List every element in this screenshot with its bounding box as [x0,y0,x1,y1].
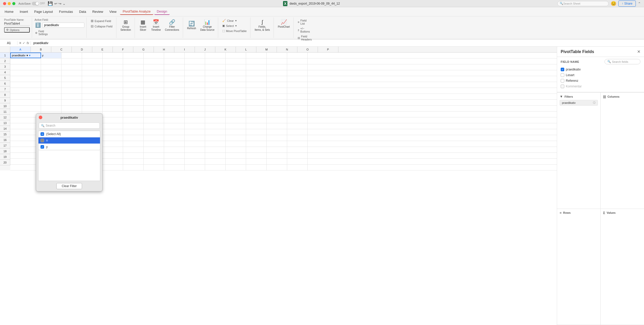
user-avatar-icon[interactable]: 😊 [611,1,616,6]
refresh-button[interactable]: 🔄 Refresh [186,20,198,31]
praedikativ-checkbox[interactable]: ✓ [561,68,564,71]
col-header-l[interactable]: L [236,47,256,52]
cell-g1[interactable] [144,53,164,58]
filters-zone[interactable]: ▼ Filters praedikativ ⓘ [557,93,601,209]
referenz-checkbox[interactable] [561,79,564,83]
filter-active-icon[interactable]: ▼ [28,54,31,57]
col-header-o[interactable]: O [297,47,318,52]
fields-items-sets-button[interactable]: ∫ Fields,Items, & Sets [253,18,271,33]
cell-j1[interactable] [205,53,226,58]
col-header-c[interactable]: C [51,47,72,52]
cell-h1[interactable] [164,53,185,58]
minimize-button[interactable] [8,2,11,5]
cell-l1[interactable] [246,53,267,58]
col-header-p[interactable]: P [318,47,338,52]
n-checkbox[interactable] [41,139,44,142]
cell-a1[interactable]: praedikativ ▼ ▼ [10,53,41,58]
menu-design[interactable]: Design [154,8,170,15]
filter-dropdown-icon[interactable]: ▼ [26,54,28,57]
clear-filter-button[interactable]: Clear Filter [56,183,82,189]
menu-insert[interactable]: Insert [17,9,31,15]
lesart-checkbox[interactable] [561,73,564,77]
active-field-input[interactable] [42,23,84,28]
col-header-m[interactable]: M [256,47,277,52]
options-button[interactable]: ⚙ Options [4,27,30,33]
cell-d1[interactable] [82,53,103,58]
y-checkbox[interactable]: ✓ [41,145,44,149]
kommentar-checkbox[interactable] [561,85,564,88]
cell-i1[interactable] [185,53,205,58]
col-header-n[interactable]: N [277,47,297,52]
cell-m1[interactable] [267,53,287,58]
cell-f1[interactable] [123,53,144,58]
menu-page-layout[interactable]: Page Layout [32,9,55,15]
cell-reference[interactable]: A1 [2,41,17,45]
maximize-button[interactable] [12,2,15,5]
field-item-kommentar[interactable]: Kommentar [561,84,640,89]
search-sheet-input[interactable]: 🔍 Search Sheet [557,1,609,6]
clear-button[interactable]: 🧹 Clear ▼ [221,18,248,23]
change-data-source-button[interactable]: 📊 ChangeData Source [199,18,216,33]
group-selection-button[interactable]: ⊞ GroupSelection [119,18,133,33]
col-header-k[interactable]: K [215,47,236,52]
col-header-e[interactable]: E [92,47,113,52]
field-settings-button[interactable]: ℹ️ [35,22,41,28]
col-header-b[interactable]: B [31,47,51,52]
pivot-panel-close-button[interactable]: ✕ [637,49,640,54]
rows-zone[interactable]: ≡ Rows [557,209,601,325]
chip-info-icon[interactable]: ⓘ [593,101,596,105]
menu-formulas[interactable]: Formulas [56,9,75,15]
more-tools-icon[interactable]: ⌄ [63,2,66,6]
menu-home[interactable]: Home [2,9,16,15]
values-zone[interactable]: Σ Values [601,209,644,325]
menu-review[interactable]: Review [90,9,106,15]
pivotchart-button[interactable]: 📈 PivotChart [276,18,291,29]
autosave-toggle[interactable] [32,2,39,5]
cell-n1[interactable] [287,53,308,58]
select-all-checkbox[interactable]: − [41,132,44,136]
filter-item-y[interactable]: ✓ y [38,144,100,150]
filter-dropdown[interactable]: praedikativ 🔍 Search − (Select All) n [36,113,103,191]
menu-pivot-analyze[interactable]: PivotTable Analyze [120,8,153,15]
cell-c1[interactable] [62,53,82,58]
collapse-field-button[interactable]: ⊟ Collapse Field [89,24,114,29]
filter-connections-button[interactable]: 🔗 FilterConnections [163,18,181,33]
filter-search-box[interactable]: 🔍 Search [39,123,100,129]
plus-minus-button[interactable]: ± +/−Buttons [296,26,313,34]
col-header-g[interactable]: G [133,47,154,52]
cell-b1[interactable]: y [41,53,62,58]
formula-input[interactable] [32,41,642,45]
col-header-a[interactable]: A [10,47,31,52]
menu-data[interactable]: Data [76,9,88,15]
col-header-i[interactable]: I [174,47,195,52]
col-header-h[interactable]: H [154,47,174,52]
filter-item-select-all[interactable]: − (Select All) [38,131,100,137]
filter-close-button[interactable] [39,116,42,119]
filter-item-n[interactable]: n [38,137,100,144]
move-pivot-button[interactable]: ⬚ Move PivotTable [221,29,248,33]
redo-icon[interactable]: ↪ [58,2,62,6]
confirm-formula-icon[interactable]: ✓ [23,41,25,45]
field-item-praedikativ[interactable]: ✓ praedikativ [561,67,640,72]
col-header-f[interactable]: F [113,47,133,52]
filter-chip-praedikativ[interactable]: praedikativ ⓘ [560,100,598,106]
col-header-j[interactable]: J [195,47,215,52]
close-button[interactable] [3,2,6,5]
field-settings-btn[interactable]: ⚙ FieldSettings [35,29,48,36]
insert-timeline-button[interactable]: 📅 InsertTimeline [150,18,162,33]
field-headers-button[interactable]: ⊟ FieldHeaders [296,34,313,42]
collapse-ribbon-icon[interactable]: ⌃ [638,2,641,6]
insert-slicer-button[interactable]: ▦ InsertSlicer [137,18,149,33]
field-list-button[interactable]: ≡ FieldList [296,18,313,26]
menu-view[interactable]: View [107,9,119,15]
field-item-referenz[interactable]: Referenz [561,78,640,83]
select-button[interactable]: ▣ Select ▼ [221,24,248,28]
field-item-lesart[interactable]: Lesart [561,73,640,78]
cell-k1[interactable] [226,53,246,58]
expand-field-button[interactable]: ⊞ Expand Field [89,18,114,23]
share-button[interactable]: ↑ Share [618,1,636,7]
columns-zone[interactable]: ||| Columns [601,93,644,209]
col-header-d[interactable]: D [72,47,92,52]
cell-a2[interactable] [10,58,41,64]
search-fields-input[interactable]: 🔍 Search fields [605,59,640,64]
